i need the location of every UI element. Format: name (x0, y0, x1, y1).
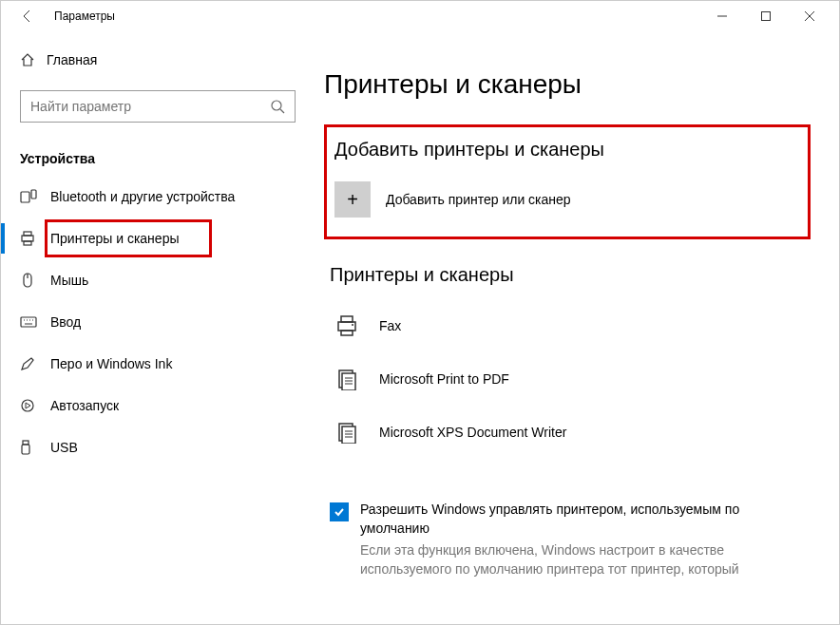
svg-rect-9 (22, 236, 33, 241)
svg-line-5 (280, 109, 284, 113)
default-printer-checkbox[interactable] (330, 502, 349, 521)
add-printer-label: Добавить принтер или сканер (386, 192, 571, 207)
svg-rect-21 (22, 445, 29, 454)
pen-icon (20, 356, 50, 371)
sidebar-item-label: Ввод (50, 314, 81, 330)
maximize-button[interactable] (744, 1, 788, 31)
search-icon (270, 99, 285, 114)
printer-device-icon (330, 368, 364, 390)
svg-rect-20 (23, 441, 29, 445)
svg-rect-1 (762, 12, 771, 21)
sidebar-item-bluetooth[interactable]: Bluetooth и другие устройства (1, 176, 315, 218)
add-section-title: Добавить принтеры и сканеры (334, 139, 792, 161)
printer-label: Microsoft XPS Document Writer (379, 425, 566, 440)
printer-label: Microsoft Print to PDF (379, 371, 509, 387)
svg-point-4 (272, 101, 281, 110)
svg-point-19 (22, 400, 33, 411)
svg-rect-10 (24, 241, 31, 245)
usb-icon (20, 440, 50, 455)
svg-rect-24 (341, 331, 353, 335)
printer-device-icon (330, 421, 364, 444)
svg-rect-7 (31, 190, 36, 199)
content-area: Главная Устройства Bluetooth и другие ус… (1, 31, 839, 624)
default-printer-checkbox-row: Разрешить Windows управлять принтером, и… (330, 501, 811, 538)
sidebar-item-autoplay[interactable]: Автозапуск (1, 385, 315, 426)
sidebar-item-mouse[interactable]: Мышь (1, 259, 315, 301)
sidebar-item-printers[interactable]: Принтеры и сканеры (1, 218, 315, 259)
sidebar-item-typing[interactable]: Ввод (1, 301, 315, 343)
sidebar-item-usb[interactable]: USB (1, 426, 315, 468)
sidebar-item-label: Автозапуск (50, 398, 119, 413)
sidebar-item-label: Перо и Windows Ink (50, 356, 172, 371)
help-text: Если эта функция включена, Windows настр… (360, 541, 811, 578)
sidebar-item-label: USB (50, 440, 78, 455)
printer-icon (20, 231, 50, 246)
page-title: Принтеры и сканеры (324, 69, 811, 100)
sidebar-home[interactable]: Главная (1, 41, 315, 79)
svg-rect-13 (21, 317, 36, 327)
svg-rect-27 (342, 373, 355, 390)
sidebar-section-header: Устройства (1, 134, 315, 176)
sidebar-item-label: Мышь (50, 273, 88, 288)
close-button[interactable] (788, 1, 831, 31)
plus-icon: + (334, 181, 371, 218)
sidebar: Главная Устройства Bluetooth и другие ус… (1, 31, 315, 624)
sidebar-item-label: Bluetooth и другие устройства (50, 189, 235, 204)
sidebar-item-pen[interactable]: Перо и Windows Ink (1, 343, 315, 385)
default-printer-checkbox-label: Разрешить Windows управлять принтером, и… (360, 501, 811, 538)
printer-device-icon (330, 314, 364, 337)
sidebar-item-label: Принтеры и сканеры (50, 231, 179, 246)
window-controls (700, 1, 831, 31)
printer-item-xps[interactable]: Microsoft XPS Document Writer (324, 406, 811, 459)
main-panel: Принтеры и сканеры Добавить принтеры и с… (315, 31, 839, 624)
printer-item-pdf[interactable]: Microsoft Print to PDF (324, 352, 811, 406)
search-input[interactable] (30, 99, 234, 114)
settings-window: Параметры Главная (0, 0, 840, 625)
svg-rect-6 (21, 192, 29, 202)
printer-label: Fax (379, 318, 401, 333)
mouse-icon (20, 273, 50, 288)
add-section-frame: Добавить принтеры и сканеры + Добавить п… (324, 124, 811, 239)
svg-point-25 (352, 324, 353, 326)
back-button[interactable] (9, 9, 47, 24)
search-box[interactable] (20, 90, 296, 123)
autoplay-icon (20, 398, 50, 413)
svg-rect-23 (338, 322, 355, 331)
window-title: Параметры (54, 9, 115, 23)
printer-item-fax[interactable]: Fax (324, 299, 811, 352)
svg-rect-8 (24, 232, 31, 236)
home-icon (20, 52, 47, 67)
devices-icon (20, 189, 50, 204)
keyboard-icon (20, 316, 50, 328)
svg-rect-32 (342, 426, 355, 444)
add-printer-button[interactable]: + Добавить принтер или сканер (334, 181, 792, 218)
sidebar-home-label: Главная (47, 52, 97, 67)
titlebar: Параметры (1, 1, 839, 31)
svg-rect-22 (341, 316, 353, 322)
minimize-button[interactable] (700, 1, 744, 31)
printers-section-title: Принтеры и сканеры (330, 264, 811, 286)
